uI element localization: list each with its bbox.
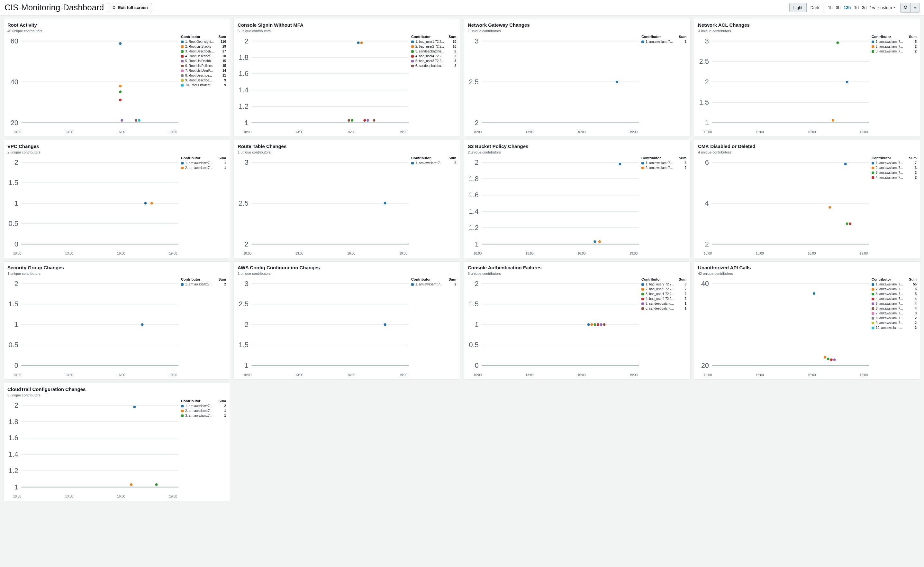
chart-plot[interactable]: 22.53 <box>238 156 409 250</box>
svg-point-92 <box>594 241 596 243</box>
legend-row[interactable]: 2. arn:aws:iam::7...2 <box>641 166 686 170</box>
legend-label: 1. arn:aws:iam::7... <box>416 161 453 165</box>
legend-sum: 3 <box>454 59 456 63</box>
legend-row[interactable]: 5. Root ListDashb...15 <box>181 59 226 63</box>
chart-plot[interactable]: 246 <box>698 156 869 250</box>
legend-row[interactable]: 2. arn:aws:iam::7...1 <box>181 409 226 413</box>
legend-row[interactable]: 1. arn:aws:iam::7...7 <box>872 161 916 165</box>
range-custom[interactable]: custom <box>878 5 896 10</box>
x-axis: 10:0013:0016:0019:00 <box>468 372 639 377</box>
legend-row[interactable]: 1. arn:aws:iam::7...5 <box>872 40 916 44</box>
legend-row[interactable]: 9. arn:aws:iam::7...2 <box>872 321 916 325</box>
svg-point-30 <box>363 119 366 122</box>
legend-row[interactable]: 4. arn:aws:iam::7...2 <box>872 176 916 180</box>
legend-row[interactable]: 6. Root ListPolicies15 <box>181 64 226 68</box>
legend-label: 2. bad_user2 72.2... <box>416 45 451 48</box>
legend-row[interactable]: 5. sandeepbatchu...1 <box>641 302 686 306</box>
legend-row[interactable]: 3. arn:aws:iam::7...2 <box>872 50 916 53</box>
legend-row[interactable]: 4. bad_user4 72.2...3 <box>411 54 456 58</box>
widget-title: Unauthorized API Calls <box>698 265 916 270</box>
chart-plot[interactable]: 11.522.53 <box>238 277 409 371</box>
legend-row[interactable]: 4. Root DescribeS...20 <box>181 54 226 58</box>
legend-row[interactable]: 2. bad_user3 72.2...2 <box>641 287 686 291</box>
legend-row[interactable]: 3. arn:aws:iam::7...1 <box>181 414 226 418</box>
refresh-menu-button[interactable] <box>910 3 919 12</box>
svg-point-141 <box>594 323 596 326</box>
legend-row[interactable]: 6. sandeepbatchu...2 <box>411 64 456 68</box>
legend-row[interactable]: 2. arn:aws:iam::7...2 <box>872 45 916 48</box>
chart-plot[interactable]: 11.522.53 <box>698 35 869 129</box>
legend-row[interactable]: 6. arn:aws:iam::7...4 <box>872 307 916 311</box>
chart-plot[interactable]: 2040 <box>698 277 869 371</box>
chart-plot[interactable]: 00.511.52 <box>8 277 178 371</box>
dashboard-header: CIS-Monitoring-Dashboard Exit full scree… <box>0 0 924 15</box>
legend-row[interactable]: 1. arn:aws:iam::7...2 <box>641 40 686 44</box>
svg-point-11 <box>121 119 123 122</box>
legend-row[interactable]: 4. bad_user4 72.2...2 <box>641 297 686 301</box>
legend-row[interactable]: 2. Root ListStacks29 <box>181 45 226 48</box>
legend-row[interactable]: 4. arn:aws:iam::7...4 <box>872 297 916 301</box>
legend-swatch <box>872 167 874 169</box>
range-1w[interactable]: 1w <box>870 5 875 10</box>
refresh-button[interactable] <box>900 3 910 12</box>
legend-row[interactable]: 9. Root Describe...9 <box>181 78 226 83</box>
range-1h[interactable]: 1h <box>828 5 832 10</box>
theme-light-button[interactable]: Light <box>790 3 806 12</box>
legend-row[interactable]: 2. arn:aws:iam::7...3 <box>872 166 916 170</box>
x-axis: 10:0013:0016:0019:00 <box>468 129 639 134</box>
legend-row[interactable]: 8. arn:aws:iam::7...2 <box>872 316 916 320</box>
legend-row[interactable]: 5. arn:aws:iam::7...4 <box>872 302 916 306</box>
legend-row[interactable]: 1. arn:aws:iam::7...1 <box>181 161 226 165</box>
chart-plot[interactable]: 00.511.52 <box>468 277 639 371</box>
exit-fullscreen-button[interactable]: Exit full screen <box>108 3 152 12</box>
range-3d[interactable]: 3d <box>862 5 867 10</box>
range-3h[interactable]: 3h <box>836 5 840 10</box>
legend-row[interactable]: 1. arn:aws:iam::7...2 <box>181 404 226 408</box>
chart-plot[interactable]: 11.21.41.61.82 <box>8 399 178 493</box>
theme-dark-button[interactable]: Dark <box>806 3 823 12</box>
legend-row[interactable]: 3. arn:aws:iam::7...5 <box>872 292 916 296</box>
widget-card: Route Table Changes1 unique contributors… <box>233 140 460 258</box>
legend-row[interactable]: 7. arn:aws:iam::7...3 <box>872 311 916 315</box>
chart-plot[interactable]: 204060 <box>8 35 178 129</box>
legend-row[interactable]: 1. arn:aws:iam::7...2 <box>411 283 456 286</box>
widget-title: VPC Changes <box>8 143 226 149</box>
chart-plot[interactable]: 22.53 <box>468 35 639 129</box>
x-tick: 10:00 <box>243 252 251 255</box>
legend-sum: 1 <box>224 414 226 418</box>
legend-row[interactable]: 8. Root Describe...11 <box>181 74 226 78</box>
legend-row[interactable]: 2. bad_user2 72.2...10 <box>411 45 456 48</box>
legend-row[interactable]: 3. Root DescribeE...27 <box>181 50 226 53</box>
legend-row[interactable]: 1. bad_user2 72.2...3 <box>641 283 686 286</box>
legend-sum: 116 <box>220 40 226 44</box>
legend-row[interactable]: 3. bad_user1 72.2...2 <box>641 292 686 296</box>
legend-row[interactable]: 10. arn:aws:iam:...2 <box>872 326 916 330</box>
refresh-icon <box>903 5 908 9</box>
legend-row[interactable]: 3. arn:aws:iam::7...2 <box>872 171 916 175</box>
legend-row[interactable]: 3. sandeepbatchu...6 <box>411 50 456 53</box>
legend-sum: 11 <box>222 74 226 78</box>
range-1d[interactable]: 1d <box>854 5 859 10</box>
chart-plot[interactable]: 00.511.52 <box>8 156 178 250</box>
legend-row[interactable]: 1. arn:aws:iam::7...55 <box>872 283 916 286</box>
legend-sum: 2 <box>454 64 456 68</box>
legend-row[interactable]: 1. bad_user1 72.2...10 <box>411 40 456 44</box>
legend-row[interactable]: 2. arn:aws:iam::7...1 <box>181 166 226 170</box>
range-12h[interactable]: 12h <box>844 5 851 10</box>
chart-plot[interactable]: 11.21.41.61.82 <box>238 35 409 129</box>
legend-row[interactable]: 6. sandeepbatchu...1 <box>641 307 686 311</box>
legend-row[interactable]: 1. arn:aws:iam::7...2 <box>181 283 226 286</box>
legend-row[interactable]: 2. arn:aws:iam::7...6 <box>872 287 916 291</box>
legend-row[interactable]: 7. Root ListUserP...14 <box>181 69 226 73</box>
legend: ContributorSum1. arn:aws:iam::7...2 <box>411 277 456 376</box>
legend-swatch <box>872 162 874 164</box>
svg-point-76 <box>384 202 387 205</box>
chart-plot[interactable]: 11.21.41.61.82 <box>468 156 639 250</box>
legend-row[interactable]: 1. arn:aws:iam::7...3 <box>641 161 686 165</box>
legend-row[interactable]: 1. arn:aws:iam::7...2 <box>411 161 456 165</box>
legend-label: 8. Root Describe... <box>185 74 221 78</box>
legend-row[interactable]: 10. Root ListIdent...9 <box>181 83 226 87</box>
legend-row[interactable]: 5. bad_user3 72.2...3 <box>411 59 456 63</box>
legend-row[interactable]: 1. Root GetInsight...116 <box>181 40 226 44</box>
widget-subtitle: 4 unique contributors <box>698 150 916 154</box>
